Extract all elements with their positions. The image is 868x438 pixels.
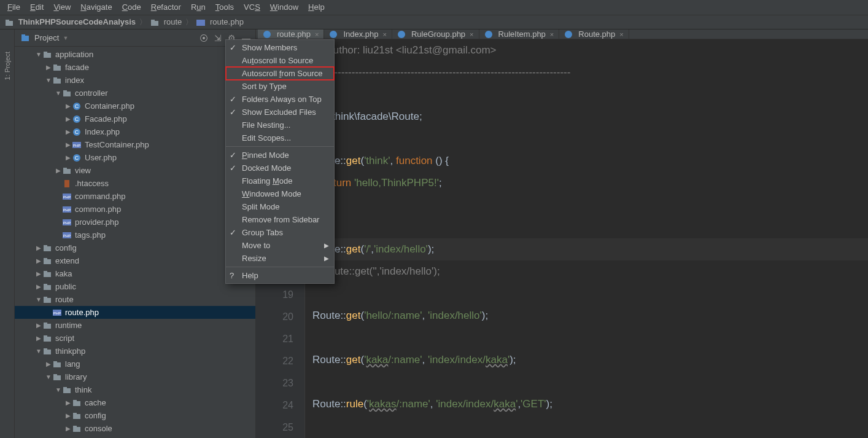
menu-edit[interactable]: Edit bbox=[25, 0, 48, 15]
menu-item[interactable]: Autoscroll to Source bbox=[226, 54, 334, 67]
project-tree[interactable]: ▼application▶facade▼index▼controller▶CCo… bbox=[15, 47, 255, 438]
tree-node[interactable]: ▶CIndex.php bbox=[15, 125, 255, 138]
menu-item[interactable]: Resize▶ bbox=[226, 252, 334, 265]
tree-node[interactable]: ▶script bbox=[15, 332, 255, 345]
collapse-all-icon[interactable]: ⇲ bbox=[214, 33, 222, 43]
breadcrumb-root[interactable]: ThinkPHPSourceCodeAnalysis bbox=[5, 17, 136, 27]
tree-node[interactable]: ▼think bbox=[15, 383, 255, 396]
code-line[interactable] bbox=[312, 327, 868, 349]
breadcrumb-file[interactable]: route.php bbox=[196, 17, 244, 27]
menu-item[interactable]: Remove from Sidebar bbox=[226, 213, 334, 226]
chevron-right-icon[interactable]: ▶ bbox=[34, 270, 43, 277]
tree-node[interactable]: ▶CFacade.php bbox=[15, 112, 255, 125]
tree-node[interactable]: ▶kaka bbox=[15, 267, 255, 280]
editor-tab[interactable]: Route.php× bbox=[559, 29, 629, 39]
chevron-down-icon[interactable]: ▼ bbox=[44, 373, 53, 380]
code-line[interactable]: Route::rule('kakas/:name', 'index/index/… bbox=[312, 393, 868, 415]
close-icon[interactable]: × bbox=[315, 31, 319, 38]
code-line[interactable] bbox=[312, 371, 868, 393]
tree-node[interactable]: ▶.htaccess bbox=[15, 177, 255, 190]
menu-item[interactable]: ✓Show Excluded Files bbox=[226, 106, 334, 119]
tree-node[interactable]: ▶facade bbox=[15, 61, 255, 74]
menu-item[interactable]: ✓Pinned Mode bbox=[226, 149, 334, 162]
menu-navigate[interactable]: Navigate bbox=[76, 0, 117, 15]
menu-file[interactable]: File bbox=[2, 0, 25, 15]
tree-node[interactable]: ▶cache bbox=[15, 396, 255, 409]
close-icon[interactable]: × bbox=[619, 31, 623, 38]
menu-run[interactable]: Run bbox=[186, 0, 211, 15]
code-line[interactable]: Route::get('kaka/:name', 'index/index/ka… bbox=[312, 349, 868, 371]
tree-node[interactable]: ▶PHProute.php bbox=[15, 306, 255, 319]
menu-item[interactable]: Windowed Mode bbox=[226, 187, 334, 200]
tree-node[interactable]: ▼library bbox=[15, 370, 255, 383]
close-icon[interactable]: × bbox=[470, 31, 473, 38]
rail-tab-project[interactable]: 1: Project bbox=[4, 48, 11, 84]
chevron-right-icon[interactable]: ▶ bbox=[44, 361, 53, 367]
menu-item[interactable]: ✓Group Tabs bbox=[226, 226, 334, 239]
chevron-down-icon[interactable]: ▼ bbox=[44, 77, 53, 84]
tree-node[interactable]: ▶lang bbox=[15, 358, 255, 370]
tree-node[interactable]: ▶view bbox=[15, 164, 255, 177]
chevron-right-icon[interactable]: ▶ bbox=[34, 335, 43, 342]
code-line[interactable]: }); bbox=[312, 194, 868, 216]
chevron-down-icon[interactable]: ▼ bbox=[34, 348, 43, 354]
tree-node[interactable]: ▶PHPTestContainer.php bbox=[15, 138, 255, 151]
menu-item[interactable]: Move to▶ bbox=[226, 239, 334, 252]
editor-tab[interactable]: Index.php× bbox=[324, 29, 392, 39]
code-line[interactable]: Route::get('think', function () { bbox=[312, 150, 868, 172]
code-line[interactable]: // | Author: liu21st <liu21st@gmail.com> bbox=[312, 39, 868, 61]
chevron-right-icon[interactable]: ▶ bbox=[44, 64, 53, 71]
chevron-down-icon[interactable]: ▼ bbox=[34, 296, 43, 303]
menu-item[interactable]: Autoscroll from Source bbox=[226, 67, 334, 80]
menu-item[interactable]: Floating Mode bbox=[226, 174, 334, 187]
code-line[interactable] bbox=[312, 415, 868, 437]
close-icon[interactable]: × bbox=[382, 31, 386, 38]
menu-view[interactable]: View bbox=[48, 0, 76, 15]
chevron-right-icon[interactable]: ▶ bbox=[64, 412, 72, 419]
menu-window[interactable]: Window bbox=[265, 0, 303, 15]
chevron-right-icon[interactable]: ▶ bbox=[64, 103, 72, 109]
tree-node[interactable]: ▶db bbox=[15, 435, 255, 438]
close-icon[interactable]: × bbox=[550, 31, 554, 38]
chevron-right-icon[interactable]: ▶ bbox=[34, 283, 43, 290]
editor-tab[interactable]: RuleItem.php× bbox=[479, 29, 560, 39]
menu-help[interactable]: Help bbox=[303, 0, 330, 15]
menu-item[interactable]: ✓Docked Mode bbox=[226, 162, 334, 174]
editor-tab[interactable]: route.php× bbox=[258, 29, 324, 39]
menu-tools[interactable]: Tools bbox=[211, 0, 239, 15]
tree-node[interactable]: ▶config bbox=[15, 241, 255, 254]
menu-vcs[interactable]: VCS bbox=[239, 0, 265, 15]
code-line[interactable]: Route::get('/','index/hello'); bbox=[312, 238, 868, 260]
tree-node[interactable]: ▼thinkphp bbox=[15, 345, 255, 358]
chevron-down-icon[interactable]: ▼ bbox=[54, 386, 63, 393]
tree-node[interactable]: ▶CContainer.php bbox=[15, 100, 255, 112]
code-line[interactable]: // +------------------------------------… bbox=[312, 61, 868, 84]
chevron-down-icon[interactable]: ▼ bbox=[54, 90, 63, 96]
chevron-right-icon[interactable]: ▶ bbox=[64, 128, 72, 135]
chevron-down-icon[interactable]: ▼ bbox=[63, 35, 68, 41]
chevron-down-icon[interactable]: ▼ bbox=[34, 51, 43, 58]
tree-node[interactable]: ▶PHPcommand.php bbox=[15, 190, 255, 203]
chevron-right-icon[interactable]: ▶ bbox=[64, 399, 72, 406]
tree-node[interactable]: ▶PHPtags.php bbox=[15, 229, 255, 241]
code-line[interactable]: return 'hello,ThinkPHP5!'; bbox=[312, 172, 868, 194]
menu-item[interactable]: Split Mode bbox=[226, 200, 334, 213]
tree-node[interactable]: ▼controller bbox=[15, 87, 255, 100]
tree-node[interactable]: ▶PHPcommon.php bbox=[15, 203, 255, 216]
code-line[interactable] bbox=[312, 216, 868, 238]
menu-item[interactable]: File Nesting... bbox=[226, 119, 334, 131]
chevron-right-icon[interactable]: ▶ bbox=[34, 257, 43, 264]
menu-code[interactable]: Code bbox=[117, 0, 146, 15]
chevron-right-icon[interactable]: ▶ bbox=[34, 244, 43, 251]
menu-item[interactable]: ✓Folders Always on Top bbox=[226, 93, 334, 106]
tree-node[interactable]: ▶extend bbox=[15, 254, 255, 267]
code-line[interactable] bbox=[312, 283, 868, 305]
editor-code[interactable]: // | Author: liu21st <liu21st@gmail.com>… bbox=[305, 39, 868, 438]
tree-node[interactable]: ▶runtime bbox=[15, 319, 255, 332]
chevron-right-icon[interactable]: ▶ bbox=[64, 141, 72, 148]
code-line[interactable] bbox=[312, 84, 868, 106]
code-line[interactable] bbox=[312, 128, 868, 150]
menu-item[interactable]: Sort by Type bbox=[226, 80, 334, 93]
chevron-right-icon[interactable]: ▶ bbox=[64, 154, 72, 161]
tree-node[interactable]: ▶CUser.php bbox=[15, 151, 255, 164]
